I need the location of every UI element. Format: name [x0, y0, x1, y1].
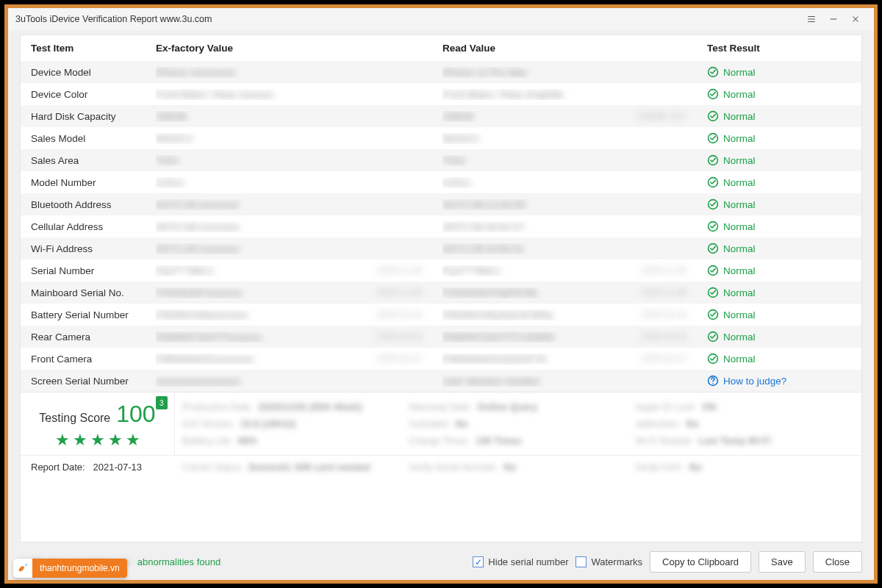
col-header-ex: Ex-factory Value — [146, 35, 432, 61]
info-cell: Wi-Fi ModuleLow Temp Wi-Fi — [635, 432, 854, 449]
info-key: Charge Times — [409, 435, 468, 446]
ex-value-text: 44:F2:1B:1xxxxxxx — [156, 221, 422, 232]
info-key: Verify GSX — [635, 462, 682, 473]
cell-test-item: Mainboard Serial No. — [21, 282, 146, 304]
cell-test-item: Screen Serial Number — [21, 370, 146, 392]
cell-ex-value: 44:F2:1B:1xxxxxxx — [146, 237, 432, 259]
cell-result[interactable]: How to judge? — [697, 370, 861, 392]
info-key: Battery Life — [182, 435, 231, 446]
cell-ex-value: F3X044307xxxxxxx2020-11-26 — [146, 282, 432, 304]
watermark-logo-icon — [13, 559, 32, 578]
cell-test-item: Wi-Fi Address — [21, 237, 146, 259]
read-value-text: MGDC3 — [442, 133, 686, 144]
score-label: Testing Score — [39, 412, 110, 425]
cell-test-item: Sales Area — [21, 149, 146, 171]
cell-ex-value: Front Black / Rear xxxxxxx — [146, 83, 432, 105]
info-key: Wi-Fi Module — [635, 435, 692, 446]
cell-result: Normal — [697, 127, 861, 149]
hide-serial-checkbox[interactable]: Hide serial number — [473, 556, 568, 567]
cell-result: Normal — [697, 259, 861, 282]
watermarks-checkbox[interactable]: Watermarks — [576, 556, 642, 567]
table-row: Bluetooth Address44:F2:1B:1xxxxxxx44:F2:… — [21, 193, 861, 215]
cell-read-value: A2411 — [432, 171, 697, 193]
cell-ex-value: MGDC3 — [146, 127, 432, 149]
ex-value-extra: 2020-11-26 — [377, 287, 422, 298]
cell-read-value: TH/A — [432, 149, 697, 171]
cell-ex-value: xxxxxxxxxxxxxxxxx — [146, 370, 432, 392]
info-key: Production Date — [182, 401, 251, 412]
copy-to-clipboard-button[interactable]: Copy to Clipboard — [650, 551, 751, 573]
table-row: Cellular Address44:F2:1B:1xxxxxxx44:F2:1… — [21, 215, 861, 237]
read-value-text: FQJ****80C1 — [442, 265, 642, 276]
footer-bar: Verification completed, no abnormalities… — [8, 544, 874, 580]
ex-value-extra: 2020-10-14 — [377, 309, 422, 320]
star-icon: ★ — [73, 431, 87, 450]
read-value-text: Front Black / Rear Graphite — [442, 89, 686, 100]
info-cell: Charge Times140 Times — [409, 432, 628, 449]
ex-value-extra: 2020-11-26 — [377, 265, 422, 276]
table-row: Sales AreaTH/ATH/ANormal — [21, 149, 861, 171]
ex-value-text: F0R0NN42G1xxxxxxx — [156, 354, 377, 365]
close-icon[interactable] — [845, 8, 867, 30]
cell-read-value: DN84NCG0A7TC1438492020-10-23 — [432, 326, 697, 348]
close-button[interactable]: Close — [813, 551, 862, 573]
cell-ex-value: iPhone 12xxxxxxx — [146, 61, 432, 83]
cell-ex-value: F5D0NC04Qxxxxxxx2020-10-14 — [146, 304, 432, 326]
cell-read-value: F5D0NC04Q3QA3C8RQ2020-10-14 — [432, 304, 697, 326]
info-cell: Production Date2020/11/26 (45th Week) — [182, 398, 401, 415]
ex-value-text: F5D0NC04Qxxxxxxx — [156, 309, 377, 320]
table-row: Hard Disk Capacity256GB256GBToshiba TLCN… — [21, 105, 861, 127]
cell-test-item: Rear Camera — [21, 326, 146, 348]
info-key: Jailbroken — [635, 418, 678, 429]
info-grid: Production Date2020/11/26 (45th Week)War… — [175, 392, 861, 455]
report-date-label: Report Date: — [31, 462, 85, 473]
cell-test-item: Hard Disk Capacity — [21, 105, 146, 127]
info-value: No — [455, 418, 467, 429]
cell-test-item: Serial Number — [21, 259, 146, 282]
watermark-text: thanhtrungmobile.vn — [32, 563, 127, 573]
info-value: No — [686, 418, 698, 429]
cell-result: Normal — [697, 348, 861, 370]
report-date: Report Date: 2021-07-13 — [21, 456, 175, 478]
info-value: 140 Times — [476, 435, 522, 446]
info-key: Activated — [409, 418, 448, 429]
info-value: Low Temp Wi-Fi — [699, 435, 772, 446]
cell-read-value: 44:F2:1B:18:50:31 — [432, 237, 697, 259]
read-value-text: TH/A — [442, 155, 686, 166]
info-cell: Carrier StatusDomestic SIM card needed — [182, 459, 401, 476]
result-text: Normal — [723, 265, 756, 276]
col-header-read: Read Value — [432, 35, 697, 61]
minimize-icon[interactable] — [822, 8, 845, 30]
ex-value-text: iPhone 12xxxxxxx — [156, 67, 422, 78]
ex-value-text: A2411 — [156, 177, 422, 188]
info-cell: Battery Life98% — [182, 432, 401, 449]
result-text: Normal — [723, 221, 756, 232]
result-text: Normal — [723, 177, 756, 188]
info-cell: ActivatedNo — [409, 415, 628, 432]
result-text: Normal — [723, 287, 756, 298]
list-view-icon[interactable] — [800, 8, 822, 30]
ex-value-extra: 2020-10-23 — [377, 331, 422, 342]
testing-score-box: Testing Score 100 3 ★ ★ ★ ★ ★ — [21, 392, 175, 455]
save-button[interactable]: Save — [759, 551, 806, 573]
result-text: How to judge? — [723, 376, 786, 387]
cell-result: Normal — [697, 282, 861, 304]
info-key: Warranty Date — [409, 401, 470, 412]
table-row: Battery Serial NumberF5D0NC04Qxxxxxxx202… — [21, 304, 861, 326]
cell-ex-value: FQJ****80C12020-11-26 — [146, 259, 432, 282]
read-value-extra: Toshiba TLC — [637, 111, 686, 121]
result-text: Normal — [723, 67, 756, 78]
cell-test-item: Cellular Address — [21, 215, 146, 237]
cell-read-value: F0R0NN42G16JD2F782020-10-27 — [432, 348, 697, 370]
result-text: Normal — [723, 155, 756, 166]
info-key: Apple ID Lock — [635, 401, 695, 412]
summary-panel: Testing Score 100 3 ★ ★ ★ ★ ★ Production… — [21, 392, 861, 478]
site-watermark: thanhtrungmobile.vn — [13, 559, 127, 578]
col-header-item: Test Item — [21, 35, 146, 61]
info-cell: Verify GSXNo — [635, 459, 854, 476]
cell-ex-value: 44:F2:1B:1xxxxxxx — [146, 215, 432, 237]
cell-result: Normal — [697, 61, 861, 83]
read-value-text: F0R0NN42G16JD2F78 — [442, 354, 642, 365]
cell-result: Normal — [697, 304, 861, 326]
window-title: 3uTools iDevice Verification Report www.… — [15, 14, 212, 24]
